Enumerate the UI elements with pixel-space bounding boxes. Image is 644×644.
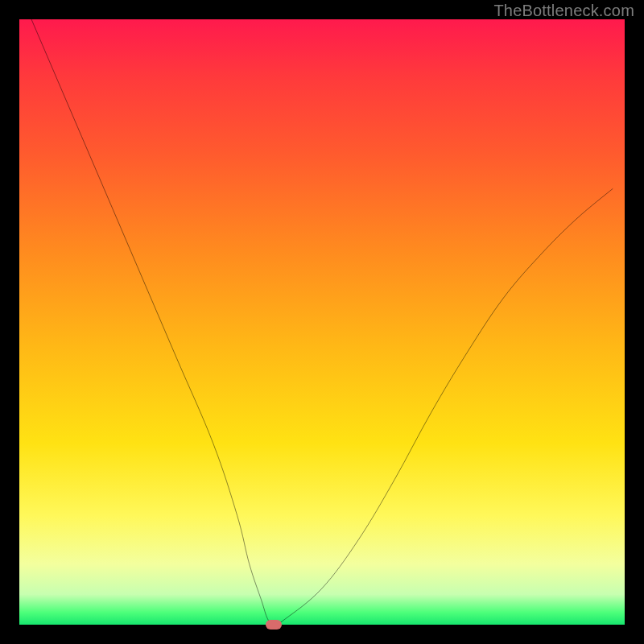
optimum-marker — [266, 620, 282, 630]
curve-svg — [19, 19, 625, 625]
curve-path — [31, 19, 613, 625]
chart-frame: TheBottleneck.com — [0, 0, 644, 644]
plot-area — [19, 19, 625, 625]
watermark-label: TheBottleneck.com — [493, 2, 634, 20]
